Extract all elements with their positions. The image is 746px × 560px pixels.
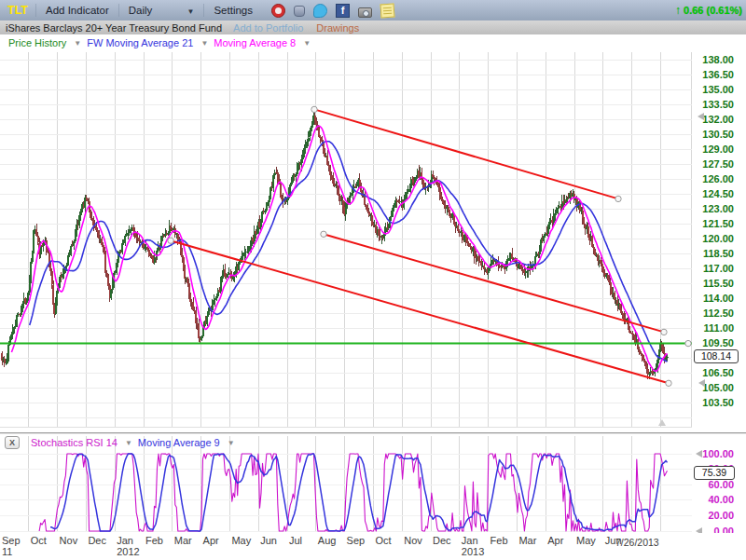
price-bar-body xyxy=(112,281,114,290)
price-axis-label: 103.50 xyxy=(702,397,734,408)
price-bar-body xyxy=(104,254,106,273)
price-axis-label: 133.50 xyxy=(702,99,734,110)
price-bar-body xyxy=(628,319,629,328)
price-bar-body xyxy=(67,255,69,265)
toolbar-separator xyxy=(118,4,119,17)
facebook-icon[interactable]: f xyxy=(336,4,350,18)
drawing-handle[interactable] xyxy=(666,380,671,386)
price-bar-body xyxy=(522,269,524,271)
price-bar-body xyxy=(607,275,609,279)
price-bar-body xyxy=(192,303,194,310)
drawing-handle[interactable] xyxy=(168,238,173,243)
x-axis-end-date-label: 7/26/2013 xyxy=(615,537,659,548)
x-axis-month-label: Feb xyxy=(490,535,508,546)
x-axis-month-label: Oct xyxy=(375,535,391,546)
price-bar-body xyxy=(76,225,77,235)
main-chart-canvas[interactable]: 138.00136.50135.00133.50132.00130.50129.… xyxy=(0,50,746,432)
price-bar-body xyxy=(302,156,304,159)
price-bar-body xyxy=(243,253,245,254)
charting-application-window: TLT Add Indicator Daily ▼ Settings f ↑ 0… xyxy=(0,0,746,560)
price-change-value: 0.66 (0.61%) xyxy=(684,5,742,16)
price-bar-body xyxy=(642,354,643,359)
up-arrow-icon: ↑ xyxy=(675,4,681,17)
price-bar-body xyxy=(21,309,22,315)
price-bar-body xyxy=(69,252,71,255)
price-bar-body xyxy=(224,269,226,277)
timeframe-dropdown[interactable]: Daily ▼ xyxy=(119,5,204,16)
indicator-axis-label: 0.00 xyxy=(714,526,734,534)
price-bar-body xyxy=(267,202,269,204)
price-bar-body xyxy=(49,265,51,271)
price-bar-body xyxy=(80,211,82,215)
price-bar-body xyxy=(291,182,293,185)
price-bar-body xyxy=(183,257,185,268)
price-bar-body xyxy=(124,236,126,241)
price-bar-body xyxy=(78,215,80,225)
drawings-link[interactable]: Drawings xyxy=(316,22,359,34)
camera-icon[interactable] xyxy=(358,7,372,18)
price-bar-body xyxy=(107,276,109,286)
price-axis-label: 136.50 xyxy=(702,69,734,80)
x-axis-month-label: Sep xyxy=(2,535,21,546)
price-bar-body xyxy=(27,293,29,299)
symbol-ticker[interactable]: TLT xyxy=(0,4,35,17)
indicator-panel-header: X Stochastics RSI 14 ▼ Moving Average 9 … xyxy=(5,436,241,449)
chevron-down-icon[interactable]: ▼ xyxy=(125,439,132,447)
price-bar-body xyxy=(138,239,140,241)
x-axis-month-label: Nov xyxy=(404,535,422,546)
drawing-handle[interactable] xyxy=(321,231,326,237)
settings-button[interactable]: Settings xyxy=(204,5,262,16)
price-bar-body xyxy=(309,130,311,137)
price-bar-body xyxy=(326,156,328,165)
drawing-handle[interactable] xyxy=(661,329,667,335)
add-to-portfolio-link[interactable]: Add to Portfolio xyxy=(233,22,303,34)
legend-stochastics-rsi[interactable]: Stochastics RSI 14 xyxy=(31,437,117,448)
price-bar-body xyxy=(130,229,131,232)
price-bar-body xyxy=(338,190,339,196)
notes-icon[interactable] xyxy=(380,3,394,18)
x-axis-month-label: Jan xyxy=(117,535,133,546)
x-axis-month-label: May xyxy=(231,535,251,546)
price-axis-label: 127.50 xyxy=(702,158,734,170)
legend-moving-average-21[interactable]: FW Moving Average 21 xyxy=(87,37,193,48)
price-bar-body xyxy=(411,179,413,180)
add-indicator-button[interactable]: Add Indicator xyxy=(36,5,118,16)
price-bar-body xyxy=(328,165,330,168)
price-bar-body xyxy=(600,260,601,264)
price-bar-body xyxy=(92,219,94,226)
chevron-down-icon[interactable]: ▼ xyxy=(303,39,311,48)
price-bar-body xyxy=(195,313,197,323)
chevron-down-icon[interactable]: ▼ xyxy=(228,439,235,447)
price-bar-body xyxy=(266,204,268,211)
x-axis-month-label: May xyxy=(576,535,596,546)
legend-moving-average-9[interactable]: Moving Average 9 xyxy=(138,437,220,448)
legend-moving-average-8[interactable]: Moving Average 8 xyxy=(214,37,296,48)
price-bar-body xyxy=(342,200,344,208)
price-bar-body xyxy=(519,265,521,267)
twitter-icon[interactable] xyxy=(313,4,327,18)
x-axis-month-label: Jul xyxy=(289,535,302,546)
scroll-nub-icon[interactable] xyxy=(658,419,666,426)
price-bar-body xyxy=(547,227,549,235)
price-bars xyxy=(1,110,669,379)
price-bar-body xyxy=(651,371,653,373)
price-bar-body xyxy=(212,303,214,310)
drawing-handle[interactable] xyxy=(685,340,691,346)
price-bar-body xyxy=(526,271,528,272)
database-icon[interactable] xyxy=(294,6,305,17)
timeframe-value: Daily xyxy=(129,5,153,16)
price-bar-body xyxy=(531,266,532,268)
chevron-down-icon[interactable]: ▼ xyxy=(74,39,81,48)
price-bar-body xyxy=(434,177,435,180)
alarm-clock-icon[interactable] xyxy=(271,4,285,18)
x-axis-month-label: Jan xyxy=(462,535,478,546)
close-indicator-button[interactable]: X xyxy=(5,436,20,449)
legend-price-history[interactable]: Price History xyxy=(8,37,66,48)
price-bar-body xyxy=(554,213,556,214)
price-bar-body xyxy=(191,302,193,304)
drawing-handle[interactable] xyxy=(615,196,621,201)
price-bar-body xyxy=(5,363,7,364)
drawing-handle[interactable] xyxy=(311,106,317,112)
price-bar-body xyxy=(511,253,513,258)
chevron-down-icon[interactable]: ▼ xyxy=(200,39,208,48)
